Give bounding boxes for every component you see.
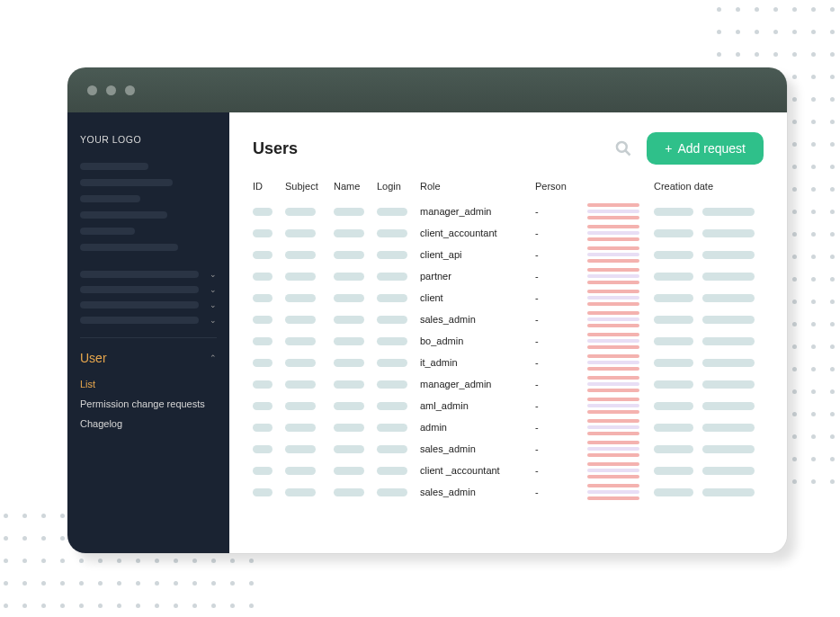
- cell-person: -: [535, 400, 584, 411]
- cell-placeholder-login: [377, 294, 407, 302]
- table-row[interactable]: it_admin-: [253, 352, 764, 373]
- table-row[interactable]: client-: [253, 287, 764, 308]
- cell-placeholder-subject: [285, 273, 316, 281]
- cell-placeholder-id: [253, 467, 273, 475]
- table-row[interactable]: partner-: [253, 265, 764, 287]
- sidebar-section-user[interactable]: User ⌃: [80, 337, 217, 374]
- cell-placeholder-login: [377, 467, 407, 475]
- cell-placeholder-subject: [285, 380, 316, 389]
- cell-placeholder-id: [253, 402, 273, 410]
- cell-person: -: [535, 379, 584, 389]
- window-control-dot[interactable]: [106, 85, 116, 95]
- cell-placeholder-subject: [285, 294, 316, 302]
- cell-placeholder-name: [334, 467, 364, 475]
- cell-status-lines: [587, 246, 639, 263]
- cell-placeholder-login: [377, 273, 407, 281]
- cell-placeholder-subject: [285, 316, 316, 324]
- cell-status-lines: [587, 290, 639, 306]
- cell-placeholder-login: [377, 316, 407, 324]
- cell-person: -: [535, 206, 584, 217]
- cell-placeholder-id: [253, 273, 273, 281]
- cell-placeholder-login: [377, 424, 407, 432]
- cell-status-lines: [587, 419, 639, 435]
- table-row[interactable]: admin-: [253, 416, 764, 438]
- cell-creation-date: [654, 337, 764, 345]
- cell-status-lines: [587, 354, 639, 371]
- col-header-name: Name: [334, 181, 377, 192]
- cell-placeholder-name: [334, 251, 364, 259]
- sidebar-item-collapsible[interactable]: ⌄: [80, 271, 217, 278]
- cell-placeholder-subject: [285, 359, 316, 367]
- table-row[interactable]: manager_admin-: [253, 373, 764, 395]
- cell-placeholder-subject: [285, 208, 316, 216]
- sidebar-link-changelog[interactable]: Chagelog: [80, 414, 217, 434]
- cell-placeholder-id: [253, 488, 273, 496]
- cell-placeholder-name: [334, 316, 364, 324]
- cell-role: manager_admin: [420, 206, 535, 217]
- cell-creation-date: [654, 402, 764, 410]
- cell-placeholder-name: [334, 488, 364, 496]
- cell-person: -: [535, 228, 584, 238]
- cell-role: client_api: [420, 249, 535, 260]
- cell-creation-date: [654, 467, 764, 475]
- cell-person: -: [535, 443, 584, 454]
- cell-placeholder-name: [334, 337, 364, 345]
- cell-placeholder-id: [253, 229, 273, 237]
- cell-status-lines: [587, 376, 639, 392]
- cell-status-lines: [587, 333, 639, 349]
- table-row[interactable]: client _accountant-: [253, 460, 764, 481]
- window-control-dot[interactable]: [125, 85, 135, 95]
- cell-placeholder-id: [253, 445, 273, 453]
- cell-role: sales_admin: [420, 314, 535, 325]
- table-body: manager_admin-client_accountant-client_a…: [253, 201, 764, 503]
- table-row[interactable]: client_api-: [253, 244, 764, 265]
- cell-role: bo_admin: [420, 335, 535, 346]
- cell-role: partner: [420, 271, 535, 282]
- cell-person: -: [535, 465, 584, 476]
- cell-placeholder-name: [334, 380, 364, 389]
- cell-creation-date: [654, 380, 764, 389]
- cell-placeholder-name: [334, 208, 364, 216]
- col-header-id: ID: [253, 181, 285, 192]
- cell-placeholder-login: [377, 337, 407, 345]
- chevron-down-icon: ⌄: [210, 271, 217, 278]
- chevron-down-icon: ⌄: [210, 286, 217, 293]
- sidebar-item-collapsible[interactable]: ⌄: [80, 301, 217, 308]
- cell-placeholder-subject: [285, 229, 316, 237]
- cell-placeholder-name: [334, 229, 364, 237]
- sidebar-link-permission-change-requests[interactable]: Permission change requests: [80, 394, 217, 414]
- table-row[interactable]: sales_admin-: [253, 308, 764, 330]
- col-header-status: [584, 181, 654, 192]
- table-row[interactable]: sales_admin-: [253, 481, 764, 503]
- app-window: YOUR LOGO ⌄ ⌄ ⌄: [67, 67, 787, 553]
- cell-placeholder-login: [377, 229, 407, 237]
- plus-icon: +: [665, 141, 672, 156]
- cell-status-lines: [587, 225, 639, 241]
- cell-placeholder-id: [253, 380, 273, 389]
- table-row[interactable]: sales_admin-: [253, 438, 764, 460]
- cell-role: client_accountant: [420, 228, 535, 238]
- sidebar-item-collapsible[interactable]: ⌄: [80, 286, 217, 293]
- titlebar: [67, 67, 787, 112]
- sidebar-link-list[interactable]: List: [80, 374, 217, 394]
- cell-status-lines: [587, 441, 639, 457]
- cell-placeholder-login: [377, 251, 407, 259]
- table-header: ID Subject Name Login Role Person Creati…: [253, 181, 764, 201]
- cell-person: -: [535, 422, 584, 433]
- cell-placeholder-subject: [285, 467, 316, 475]
- table-row[interactable]: manager_admin-: [253, 201, 764, 222]
- cell-role: sales_admin: [420, 443, 535, 454]
- sidebar-nav-placeholder-group-1: [80, 163, 217, 260]
- search-icon[interactable]: [614, 139, 632, 157]
- cell-role: manager_admin: [420, 379, 535, 389]
- cell-person: -: [535, 292, 584, 303]
- cell-placeholder-name: [334, 273, 364, 281]
- window-control-dot[interactable]: [87, 85, 97, 95]
- cell-placeholder-id: [253, 337, 273, 345]
- table-row[interactable]: bo_admin-: [253, 330, 764, 352]
- cell-creation-date: [654, 294, 764, 302]
- table-row[interactable]: client_accountant-: [253, 222, 764, 244]
- table-row[interactable]: aml_admin-: [253, 395, 764, 416]
- sidebar-item-collapsible[interactable]: ⌄: [80, 317, 217, 324]
- add-request-button[interactable]: + Add request: [647, 132, 764, 165]
